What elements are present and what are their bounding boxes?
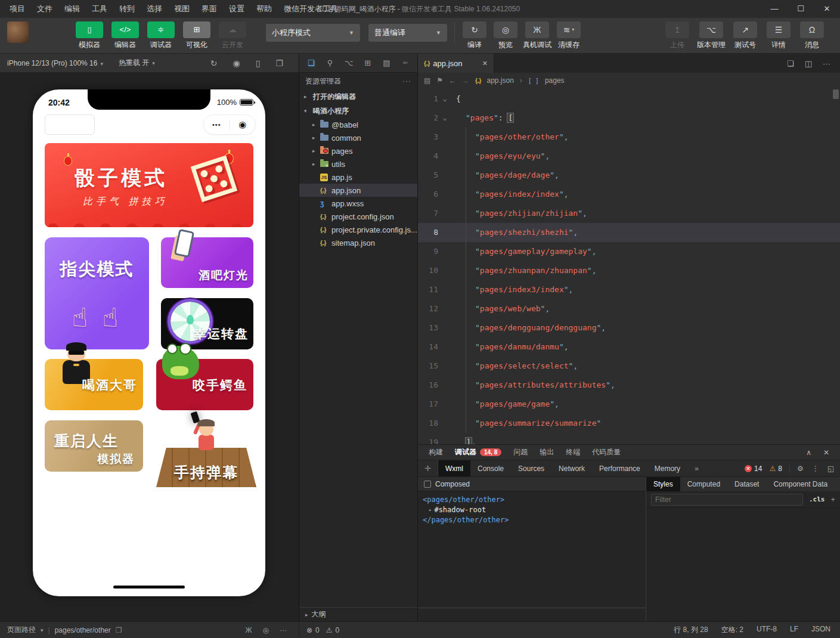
menu-item[interactable]: 帮助 bbox=[250, 0, 278, 18]
toolbar-action-button[interactable]: Ж 真机调试 bbox=[523, 21, 551, 50]
record-icon[interactable]: ◉ bbox=[233, 58, 240, 68]
code-line[interactable]: 11"pages/index3/index", bbox=[418, 280, 840, 299]
code-line[interactable]: 13"pages/dengguang/dengguang", bbox=[418, 318, 840, 337]
code-line[interactable]: 4"pages/eyu/eyu", bbox=[418, 147, 840, 166]
mode-select[interactable]: 小程序模式 ▼ bbox=[266, 24, 360, 42]
wxml-close-tag[interactable]: </pages/other/other> bbox=[423, 515, 641, 525]
search-icon[interactable]: ⚲ bbox=[323, 58, 336, 67]
menu-item[interactable]: 转到 bbox=[113, 0, 141, 18]
tile-lucky-wheel[interactable]: 幸运转盘 bbox=[161, 298, 253, 349]
panel-toggle-button[interactable]: ▯ 模拟器 bbox=[74, 21, 105, 50]
editor-scrollbar[interactable] bbox=[833, 89, 839, 99]
styles-tab[interactable]: Component Data bbox=[766, 477, 835, 491]
home-indicator[interactable] bbox=[113, 586, 185, 589]
user-avatar[interactable] bbox=[7, 21, 29, 43]
file-tree-item[interactable]: ▸ utils bbox=[299, 157, 417, 171]
toolbar-action-button[interactable]: ≋▾ 清缓存 bbox=[555, 21, 582, 50]
code-line[interactable]: 19], bbox=[418, 433, 840, 444]
open-editors-section[interactable]: ▸ 打开的编辑器 bbox=[299, 89, 417, 104]
extensions-icon[interactable]: ⊞ bbox=[361, 58, 374, 67]
menu-item[interactable]: 界面 bbox=[196, 0, 223, 18]
code-line[interactable]: 10"pages/zhuanpan/zhuanpan", bbox=[418, 261, 840, 280]
menu-item[interactable]: 文件 bbox=[31, 0, 58, 18]
file-tree-item[interactable]: {..} app.json bbox=[299, 184, 417, 197]
minimize-button[interactable]: — bbox=[761, 0, 788, 18]
settings-icon[interactable]: ⚙ bbox=[797, 464, 804, 473]
tools-icon[interactable]: ✒ bbox=[399, 58, 412, 67]
code-line[interactable]: 8"pages/shezhi/shezhi", bbox=[418, 223, 840, 242]
styles-tab[interactable]: Styles bbox=[646, 477, 680, 491]
toggle-class-button[interactable]: .cls bbox=[809, 495, 825, 503]
page-path-label[interactable]: 页面路径 bbox=[7, 625, 36, 635]
back-icon[interactable]: ← bbox=[449, 76, 456, 85]
bug-icon[interactable]: Ж bbox=[245, 626, 252, 634]
add-style-icon[interactable]: + bbox=[830, 495, 835, 504]
device-icon[interactable]: ▯ bbox=[256, 58, 261, 68]
page-path-value[interactable]: pages/other/other bbox=[55, 626, 111, 634]
file-tree-item[interactable]: ▸ common bbox=[299, 131, 417, 144]
menu-item[interactable]: 工具 bbox=[86, 0, 113, 18]
composed-option[interactable]: Composed bbox=[418, 477, 646, 491]
files-icon[interactable]: ❏ bbox=[305, 58, 318, 67]
multi-window-icon[interactable]: ❐ bbox=[275, 58, 283, 68]
kebab-menu-icon[interactable]: ⋮ bbox=[812, 464, 819, 473]
file-tree-item[interactable]: ▸ @babel bbox=[299, 118, 417, 131]
devtools-tab[interactable]: Console bbox=[470, 460, 511, 476]
console-error-count[interactable]: ✕ 14 bbox=[745, 464, 762, 473]
toolbar-action-button[interactable]: ↗ 测试号 bbox=[731, 21, 759, 50]
miniprogram-capsule[interactable]: ••• ◉ bbox=[203, 114, 256, 135]
code-line[interactable]: 7"pages/zhijian/zhijian", bbox=[418, 204, 840, 223]
tile-handheld-danmu[interactable]: 手持弹幕 bbox=[156, 414, 256, 491]
status-item[interactable]: 行 8, 列 28 bbox=[674, 625, 708, 635]
menu-item[interactable]: 视图 bbox=[168, 0, 196, 18]
tile-dice-mode[interactable]: 骰子模式 比手气 拼技巧 ⚄ bbox=[45, 143, 253, 227]
more-actions-icon[interactable]: ··· bbox=[823, 59, 830, 68]
code-line[interactable]: 15"pages/select/select", bbox=[418, 357, 840, 376]
menu-item[interactable]: 选择 bbox=[141, 0, 168, 18]
maximize-button[interactable]: ☐ bbox=[788, 0, 814, 18]
menu-item[interactable]: 编辑 bbox=[58, 0, 86, 18]
panel-toggle-button[interactable]: ☁ 云开发 bbox=[217, 21, 248, 50]
file-tree-item[interactable]: ʒ app.wxss bbox=[299, 197, 417, 210]
device-select[interactable]: iPhone 12/13 (Pro) 100% 16▾ bbox=[7, 59, 103, 67]
code-line[interactable]: 3"pages/other/other", bbox=[418, 128, 840, 147]
tile-restart-life[interactable]: 重启人生 模拟器 bbox=[45, 420, 143, 472]
toolbar-action-button[interactable]: ☰ 详情 bbox=[765, 21, 792, 50]
tile-bar-light[interactable]: 酒吧灯光 bbox=[161, 237, 253, 288]
copy-icon[interactable]: ❐ bbox=[116, 626, 122, 634]
more-menu-icon[interactable]: ••• bbox=[204, 121, 230, 128]
devtools-tab[interactable]: Memory bbox=[647, 460, 687, 476]
split-editor-icon[interactable]: ❏ bbox=[787, 59, 794, 68]
close-tab-icon[interactable]: ✕ bbox=[482, 60, 488, 67]
close-button[interactable]: ✕ bbox=[814, 0, 840, 18]
chevron-down-icon[interactable]: ▾ bbox=[41, 627, 44, 633]
status-item[interactable]: UTF-8 bbox=[757, 625, 777, 635]
file-tree-item[interactable]: ▸ pages bbox=[299, 144, 417, 157]
file-tree-item[interactable]: {..} project.config.json bbox=[299, 210, 417, 223]
breadcrumb-file[interactable]: app.json bbox=[486, 76, 513, 85]
debug-tab[interactable]: 终端 bbox=[560, 445, 586, 460]
exit-target-icon[interactable]: ◉ bbox=[230, 119, 256, 130]
breadcrumb-node[interactable]: pages bbox=[545, 76, 565, 85]
devtools-tab[interactable]: Wxml bbox=[438, 460, 470, 476]
close-panel-icon[interactable]: ✕ bbox=[823, 448, 829, 457]
toolbar-action-button[interactable]: Ω 消息 bbox=[798, 21, 826, 50]
toolbar-action-button[interactable]: ⌥ 版本管理 bbox=[697, 21, 726, 50]
panel-toggle-button[interactable]: ⊞ 可视化 bbox=[181, 21, 212, 50]
code-line[interactable]: 18"pages/summarize/summarize" bbox=[418, 414, 840, 433]
forward-icon[interactable]: → bbox=[462, 76, 469, 85]
outline-list-icon[interactable]: ▤ bbox=[424, 76, 430, 85]
debug-tab[interactable]: 输出 bbox=[534, 445, 560, 460]
inspect-element-icon[interactable]: ✛ bbox=[418, 460, 438, 476]
devtools-tab[interactable]: Performance bbox=[592, 460, 647, 476]
panel-toggle-button[interactable]: </> 编辑器 bbox=[110, 21, 141, 50]
code-line[interactable]: 6"pages/index/index", bbox=[418, 185, 840, 204]
wxml-tree[interactable]: <pages/other/other> ▸ #shadow-root </pag… bbox=[418, 491, 646, 621]
storage-icon[interactable]: ▤ bbox=[380, 58, 393, 67]
code-line[interactable]: 12"pages/web/web", bbox=[418, 299, 840, 318]
devtools-tab[interactable]: » bbox=[687, 460, 706, 476]
debug-tab[interactable]: 构建 bbox=[423, 445, 449, 460]
code-line[interactable]: 17"pages/game/game", bbox=[418, 395, 840, 414]
menu-item[interactable]: 设置 bbox=[223, 0, 250, 18]
collapse-panel-icon[interactable]: ∧ bbox=[806, 448, 811, 457]
